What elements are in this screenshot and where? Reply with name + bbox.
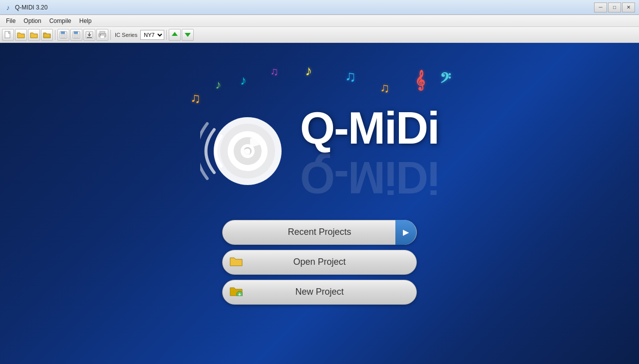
ic-series-label: IC Series xyxy=(115,32,137,38)
svg-marker-15 xyxy=(185,33,191,37)
maximize-button[interactable]: □ xyxy=(608,2,621,12)
brand-reflection: Q-MiDi xyxy=(300,155,439,200)
new-project-label: New Project xyxy=(295,287,343,297)
music-note: ♫ xyxy=(270,65,279,78)
menu-compile[interactable]: Compile xyxy=(45,16,75,25)
disc-icon: ♪ xyxy=(200,109,285,193)
toolbar-separator-2 xyxy=(110,30,111,40)
toolbar-open2[interactable] xyxy=(28,29,40,41)
music-note: 𝄢 xyxy=(440,70,451,90)
toolbar-saveas[interactable] xyxy=(70,29,82,41)
arrow-icon: ▶ xyxy=(403,227,409,237)
svg-text:+: + xyxy=(238,292,241,296)
title-bar: ♪ Q-MIDI 3.20 ─ □ ✕ xyxy=(0,0,639,15)
open-project-button[interactable]: Open Project xyxy=(222,250,417,275)
toolbar-separator-3 xyxy=(166,30,167,40)
menu-bar: File Option Compile Help xyxy=(0,15,639,27)
music-note: ♪ xyxy=(305,63,312,79)
svg-rect-12 xyxy=(100,35,104,38)
music-note: ♫ xyxy=(345,68,356,85)
new-project-icon: + xyxy=(230,285,243,299)
title-icon: ♪ xyxy=(4,3,12,11)
svg-rect-4 xyxy=(61,34,65,38)
svg-rect-7 xyxy=(74,34,78,38)
toolbar-open3[interactable] xyxy=(41,29,53,41)
recent-projects-label: Recent Projects xyxy=(288,227,351,237)
recent-projects-arrow: ▶ xyxy=(395,220,416,245)
music-note: ♫ xyxy=(380,80,390,96)
svg-marker-14 xyxy=(172,32,178,36)
buttons-area: Recent Projects ▶ Open Project + New Pro… xyxy=(222,220,417,305)
toolbar-new[interactable] xyxy=(2,29,14,41)
menu-option[interactable]: Option xyxy=(19,16,45,25)
title-text: Q-MIDI 3.20 xyxy=(15,4,594,11)
toolbar-save[interactable] xyxy=(57,29,69,41)
open-project-icon xyxy=(230,255,243,269)
new-project-button[interactable]: + New Project xyxy=(222,280,417,305)
ic-series-select[interactable]: NY7 NY8 NY9 xyxy=(140,30,164,40)
toolbar: IC Series NY7 NY8 NY9 xyxy=(0,27,639,43)
svg-rect-1 xyxy=(44,34,50,37)
svg-rect-3 xyxy=(61,31,65,34)
toolbar-print[interactable] xyxy=(96,29,108,41)
music-note: ♫ xyxy=(190,90,201,106)
svg-rect-6 xyxy=(74,31,78,34)
brand-text: Q-MiDi xyxy=(300,103,439,154)
music-note: ♪ xyxy=(215,78,221,92)
toolbar-download[interactable] xyxy=(182,29,194,41)
menu-file[interactable]: File xyxy=(2,16,19,25)
open-project-label: Open Project xyxy=(293,257,345,267)
window-controls: ─ □ ✕ xyxy=(594,2,635,12)
main-content: ♪♫♪♫♪♫♫𝄞𝄢 xyxy=(0,43,639,364)
toolbar-open-folder[interactable] xyxy=(15,29,27,41)
close-button[interactable]: ✕ xyxy=(622,2,635,12)
minimize-button[interactable]: ─ xyxy=(594,2,607,12)
music-note: ♪ xyxy=(240,73,247,88)
toolbar-export[interactable] xyxy=(83,29,95,41)
toolbar-upload[interactable] xyxy=(169,29,181,41)
svg-rect-13 xyxy=(100,34,101,35)
logo-container: ♪♫♪♫♪♫♫𝄞𝄢 xyxy=(200,103,439,200)
recent-projects-button[interactable]: Recent Projects ▶ xyxy=(222,220,417,245)
menu-help[interactable]: Help xyxy=(75,16,96,25)
logo-area: ♪♫♪♫♪♫♫𝄞𝄢 xyxy=(200,103,439,200)
toolbar-separator-1 xyxy=(55,30,55,40)
music-note: 𝄞 xyxy=(415,70,425,90)
